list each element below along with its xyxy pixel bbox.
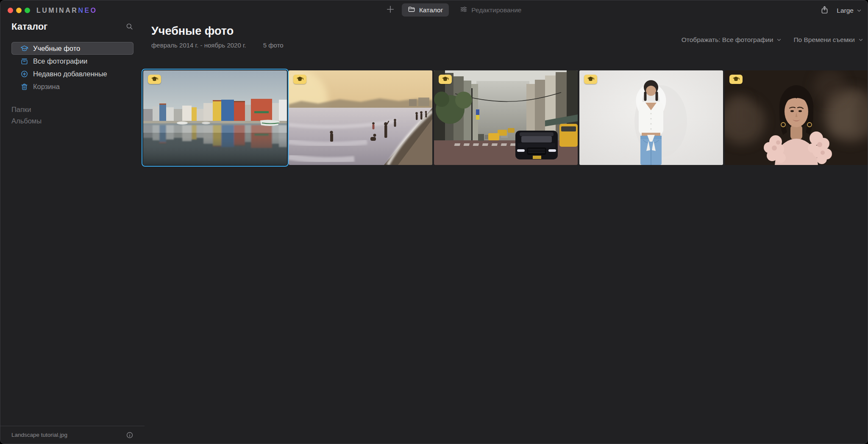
sidebar-section-folders[interactable]: Папки <box>11 104 134 115</box>
tutorial-badge <box>584 75 597 84</box>
sidebar-section-albums[interactable]: Альбомы <box>11 115 134 127</box>
sidebar-item-label: Учебные фото <box>33 45 80 53</box>
add-photos-button[interactable] <box>384 4 397 17</box>
sidebar-item-trash[interactable]: Корзина <box>11 80 134 93</box>
titlebar: LUMINARNEO Каталог Редактирование <box>0 0 868 20</box>
photo-thumbnail-studio-model[interactable] <box>579 70 723 165</box>
photo-thumbnail-canal-houses[interactable] <box>143 70 287 165</box>
photo-portrait <box>725 70 868 165</box>
photo-city-street <box>434 70 578 165</box>
sort-order-label: По Времени съемки <box>793 36 855 44</box>
selected-filename: Landscape tutorial.jpg <box>11 432 67 438</box>
tab-catalog[interactable]: Каталог <box>402 3 449 17</box>
photo-count: 5 фото <box>263 42 284 49</box>
display-filter-dropdown[interactable]: Отображать: Все фотографии <box>682 36 782 44</box>
chevron-down-icon <box>857 8 862 13</box>
sidebar-item-label: Корзина <box>33 83 60 91</box>
sidebar-item-label: Недавно добавленные <box>33 70 107 78</box>
plus-icon <box>386 5 395 16</box>
tab-edit[interactable]: Редактирование <box>454 3 527 17</box>
trash-icon <box>20 83 28 91</box>
tab-catalog-label: Каталог <box>419 6 443 14</box>
graduation-cap-icon <box>151 76 158 82</box>
logo-part-luminar: LUMINAR <box>36 7 78 14</box>
graduation-cap-icon <box>732 76 740 82</box>
sidebar-item-training-photos[interactable]: Учебные фото <box>11 42 134 55</box>
catalog-sidebar: Каталог Учебные фото Все фотографии <box>0 20 145 426</box>
tutorial-badge <box>439 75 452 84</box>
sort-order-dropdown[interactable]: По Времени съемки <box>793 36 863 44</box>
thumbnail-size-value: Large <box>837 7 854 14</box>
photo-canal-houses <box>143 70 287 165</box>
circle-plus-icon <box>20 70 28 78</box>
sidebar-item-recently-added[interactable]: Недавно добавленные <box>11 67 134 80</box>
info-icon <box>126 431 134 439</box>
titlebar-right-controls: Large <box>820 5 862 16</box>
app-logo: LUMINARNEO <box>36 7 97 14</box>
graduation-cap-icon <box>587 76 594 82</box>
zoom-window-button[interactable] <box>25 8 30 13</box>
chevron-down-icon <box>776 37 782 42</box>
photo-thumbnail-sunset-beach[interactable] <box>289 70 432 165</box>
tutorial-badge <box>148 75 161 84</box>
folder-icon <box>408 6 415 15</box>
tutorial-badge <box>729 75 743 84</box>
photo-thumbnail-portrait[interactable] <box>725 70 868 165</box>
tab-edit-label: Редактирование <box>471 6 521 14</box>
sidebar-footer: Landscape tutorial.jpg <box>0 426 145 444</box>
view-controls: Отображать: Все фотографии По Времени съ… <box>682 36 863 44</box>
graduation-cap-icon <box>20 45 28 53</box>
collection-header: Учебные фото февраль 2014 г. - ноябрь 20… <box>151 25 284 49</box>
date-range: февраль 2014 г. - ноябрь 2020 г. <box>151 42 246 49</box>
photo-sunset-beach <box>289 70 432 165</box>
sidebar-sections: Папки Альбомы <box>11 104 134 127</box>
sidebar-item-list: Учебные фото Все фотографии Недавно доба… <box>11 42 134 93</box>
photo-thumbnail-city-street[interactable] <box>434 70 578 165</box>
search-button[interactable] <box>125 22 134 31</box>
sidebar-item-all-photos[interactable]: Все фотографии <box>11 55 134 67</box>
share-icon <box>820 5 829 16</box>
sidebar-item-label: Все фотографии <box>33 57 87 65</box>
all-photos-icon <box>20 57 28 65</box>
graduation-cap-icon <box>296 76 303 82</box>
collection-meta: февраль 2014 г. - ноябрь 2020 г. 5 фото <box>151 42 284 49</box>
minimize-window-button[interactable] <box>16 8 22 13</box>
thumbnail-size-dropdown[interactable]: Large <box>837 7 862 14</box>
graduation-cap-icon <box>442 76 449 82</box>
logo-part-neo: NEO <box>78 7 97 14</box>
info-button[interactable] <box>126 431 134 439</box>
window-controls <box>8 8 30 13</box>
sliders-icon <box>460 6 467 15</box>
luminar-neo-window: LUMINARNEO Каталог Редактирование <box>0 0 868 444</box>
share-button[interactable] <box>820 5 829 16</box>
page-title: Учебные фото <box>151 25 284 38</box>
mode-tabstrip: Каталог Редактирование <box>384 3 527 17</box>
sidebar-header: Каталог <box>11 21 134 32</box>
sidebar-title: Каталог <box>11 21 47 32</box>
chevron-down-icon <box>858 37 863 42</box>
photo-studio-model <box>579 70 723 165</box>
photo-grid <box>143 70 868 165</box>
display-filter-label: Отображать: Все фотографии <box>682 36 773 44</box>
close-window-button[interactable] <box>8 8 13 13</box>
tutorial-badge <box>293 75 306 84</box>
